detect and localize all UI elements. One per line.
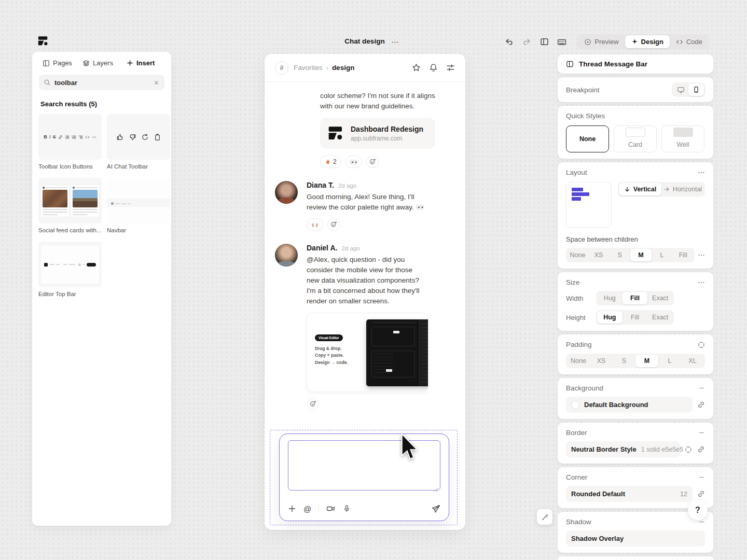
code-icon (676, 38, 683, 46)
magic-wand-button[interactable] (537, 509, 552, 525)
border-sides-icon[interactable] (685, 446, 692, 453)
width-fill[interactable]: Fill (622, 292, 648, 304)
clear-search-icon[interactable] (153, 79, 160, 86)
plus-icon (127, 60, 133, 66)
attach-plus-button[interactable] (288, 505, 296, 513)
space-l[interactable]: L (652, 249, 673, 261)
shadow-value-row[interactable]: Shadow Overlay (566, 530, 705, 547)
tab-layers[interactable]: Layers (82, 59, 113, 67)
add-reaction-button[interactable] (327, 218, 340, 231)
notifications-bell-icon[interactable] (429, 63, 438, 72)
width-hug[interactable]: Hug (597, 292, 622, 304)
space-options-icon[interactable] (698, 251, 705, 259)
link-preview-card[interactable]: Dashboard Redesign app.subframe.com (320, 118, 435, 149)
help-button[interactable]: ? (688, 500, 708, 520)
message-author[interactable]: Daniel A. (307, 244, 337, 252)
message-author[interactable]: Diana T. (307, 181, 334, 189)
redo-button[interactable] (520, 35, 533, 49)
collapse-background-icon[interactable] (698, 385, 705, 391)
shadow-value: Shadow Overlay (571, 535, 624, 542)
avatar-daniel[interactable] (275, 244, 298, 267)
quick-style-well[interactable]: Well (661, 125, 704, 152)
send-button[interactable] (432, 505, 440, 513)
height-fill[interactable]: Fill (622, 311, 648, 324)
image-attachment[interactable]: Visual Editor Drag & drop. Copy + paste.… (307, 313, 428, 392)
padding-s[interactable]: S (613, 355, 635, 367)
space-m[interactable]: M (630, 249, 652, 261)
height-hug[interactable]: Hug (597, 311, 622, 324)
tab-pages[interactable]: Pages (43, 59, 72, 67)
component-search[interactable] (39, 75, 164, 90)
space-xs[interactable]: XS (588, 249, 610, 261)
resize-grip-icon[interactable] (434, 487, 438, 492)
space-fill[interactable]: Fill (672, 249, 694, 261)
component-card-social-feed[interactable]: Social feed cards with... (38, 178, 102, 233)
collapse-corner-icon[interactable] (698, 474, 705, 481)
padding-xl[interactable]: XL (681, 355, 704, 367)
space-s[interactable]: S (609, 249, 630, 261)
microphone-button[interactable] (343, 505, 351, 513)
title-ellipsis-icon[interactable] (391, 38, 399, 46)
reaction-eyes[interactable] (345, 156, 362, 168)
direction-vertical[interactable]: Vertical (619, 183, 661, 195)
component-card-navbar[interactable]: Navbar (107, 178, 170, 233)
component-card-toolbar-icon-buttons[interactable]: B I S Toolbar Icon Buttons (38, 114, 102, 170)
padding-none[interactable]: None (567, 355, 590, 367)
tab-preview[interactable]: Preview (578, 35, 625, 48)
subframe-link-logo (327, 125, 344, 142)
height-exact[interactable]: Exact (647, 311, 673, 324)
component-card-editor-top-bar[interactable]: Editor Top Bar (38, 242, 102, 297)
padding-l[interactable]: L (658, 355, 681, 367)
breakpoint-mobile-button[interactable] (688, 83, 704, 96)
padding-m[interactable]: M (635, 355, 658, 367)
size-options-icon[interactable] (698, 279, 705, 286)
padding-sides-icon[interactable] (698, 341, 705, 348)
corner-value-row[interactable]: Rounded Default 12 (566, 486, 693, 502)
avatar-diana[interactable] (275, 181, 298, 204)
direction-horizontal[interactable]: Horizontal (661, 183, 704, 195)
width-exact[interactable]: Exact (647, 292, 673, 304)
component-card-ai-chat-toolbar[interactable]: AI Chat Toolbar (107, 114, 170, 170)
collapse-border-icon[interactable] (698, 429, 705, 436)
reaction-fire[interactable]: 2 (320, 156, 341, 168)
border-value-row[interactable]: Neutral Border Style 1 solid e5e5e5 (566, 441, 680, 457)
padding-xs[interactable]: XS (590, 355, 613, 367)
subframe-logo[interactable] (37, 35, 49, 47)
border-label: Border (566, 429, 587, 437)
border-style-detail: 1 solid e5e5e5 (641, 446, 683, 453)
format-toolbar-preview: B I S (44, 134, 96, 139)
channel-settings-icon[interactable] (446, 63, 455, 72)
video-button[interactable] (326, 505, 336, 513)
border-token-link-icon[interactable] (697, 445, 705, 453)
breadcrumb-parent[interactable]: Favorites (294, 64, 323, 72)
tab-code[interactable]: Code (670, 35, 709, 48)
tab-insert[interactable]: Insert (127, 59, 155, 67)
breadcrumb-current[interactable]: design (332, 64, 355, 72)
add-reaction-button[interactable] (307, 398, 319, 410)
search-input[interactable] (54, 79, 149, 87)
link-icon (58, 135, 63, 139)
height-segmented: Hug Fill Exact (596, 310, 674, 325)
add-reaction-button[interactable] (366, 156, 379, 168)
undo-button[interactable] (502, 35, 516, 49)
eyes-emoji-icon (416, 204, 424, 210)
card-style-swatch (626, 128, 645, 137)
mention-button[interactable]: @ (303, 505, 311, 513)
star-icon[interactable] (412, 63, 421, 72)
toggle-sidebar-button[interactable] (537, 35, 551, 49)
quick-style-card[interactable]: Card (614, 125, 657, 152)
corner-token-link-icon[interactable] (697, 490, 705, 498)
space-none[interactable]: None (567, 249, 588, 261)
background-value-row[interactable]: Default Background (566, 397, 693, 413)
reaction-raised-hands[interactable] (307, 218, 323, 231)
social-feed-preview (41, 185, 99, 217)
keyboard-shortcuts-button[interactable] (555, 35, 569, 49)
tab-design[interactable]: Design (625, 35, 670, 48)
background-token-link-icon[interactable] (697, 401, 705, 409)
quick-style-none[interactable]: None (566, 125, 609, 152)
breakpoint-desktop-button[interactable] (673, 83, 688, 96)
layout-options-icon[interactable] (698, 169, 705, 176)
thread-message-bar[interactable]: @ (279, 433, 449, 521)
mobile-icon (693, 86, 700, 93)
mode-switcher: Preview Design Code (577, 34, 710, 49)
